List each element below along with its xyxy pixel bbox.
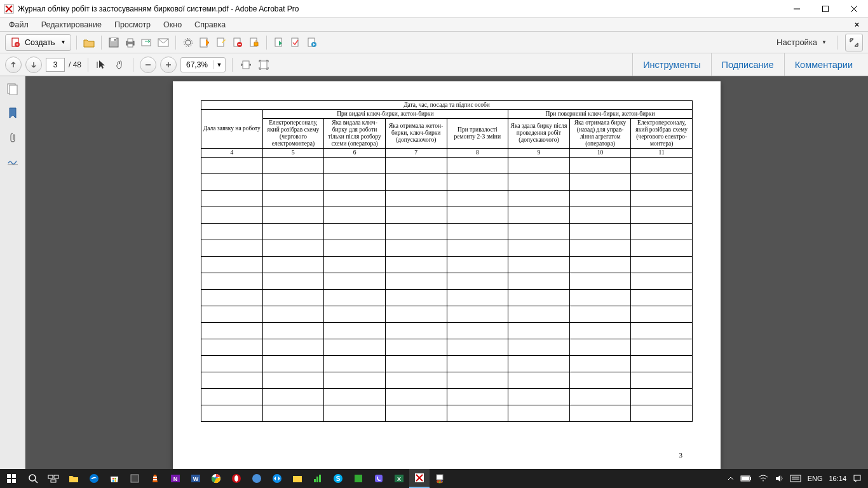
prev-page-button[interactable] [5, 57, 22, 73]
store-icon[interactable] [104, 469, 125, 488]
page-total: / 48 [69, 60, 81, 69]
create-button[interactable]: + Создать ▼ [5, 34, 71, 51]
signatures-icon[interactable] [6, 155, 19, 168]
page-number-input[interactable] [46, 58, 65, 72]
svg-rect-49 [115, 478, 117, 480]
tray-chevron-icon[interactable] [728, 475, 734, 482]
teamviewer-icon[interactable] [267, 469, 287, 488]
svg-rect-87 [854, 475, 860, 480]
svg-rect-52 [131, 475, 139, 482]
app-icon-green[interactable] [348, 469, 369, 488]
open-icon[interactable] [82, 36, 96, 50]
share-icon[interactable] [140, 36, 154, 50]
page-edit-icon[interactable] [214, 36, 228, 50]
zoom-selector[interactable]: 67,3% ▼ [180, 57, 226, 72]
menu-close-doc[interactable]: × [848, 20, 865, 29]
svg-rect-40 [7, 479, 11, 483]
col-11-header: Електроперсоналу, який розібрав схему (ч… [631, 119, 693, 149]
form-icon[interactable] [288, 36, 302, 50]
chrome-icon[interactable] [206, 469, 226, 488]
group1-header: При видачі ключ-бирки, жетон-бирки [262, 110, 508, 119]
svg-rect-14 [142, 39, 151, 46]
save-icon[interactable] [107, 36, 121, 50]
svg-rect-45 [54, 475, 58, 478]
hand-tool-icon[interactable] [112, 58, 126, 72]
svg-rect-46 [51, 480, 56, 482]
col-num: 5 [262, 148, 324, 157]
zoom-out-button[interactable] [140, 57, 156, 73]
clock[interactable]: 16:14 [829, 475, 846, 482]
search-icon[interactable] [23, 469, 43, 488]
multimedia-icon[interactable] [305, 36, 319, 50]
viber-icon[interactable] [369, 469, 389, 488]
col-num: 8 [447, 148, 508, 157]
tab-sign[interactable]: Подписание [711, 53, 784, 76]
vlc-icon[interactable] [145, 469, 165, 488]
skype-icon[interactable]: S [328, 469, 348, 488]
export-icon[interactable] [272, 36, 286, 50]
fit-page-icon[interactable] [257, 58, 271, 72]
menu-edit[interactable]: Редактирование [35, 19, 108, 30]
svg-rect-2 [822, 6, 828, 11]
col-num: 6 [324, 148, 386, 157]
next-page-button[interactable] [25, 57, 42, 73]
nav-toolbar: / 48 67,3% ▼ Инструменты Подписание Комм… [0, 53, 868, 76]
reading-mode-button[interactable] [845, 34, 863, 51]
attachment-icon[interactable] [6, 131, 19, 144]
menu-window[interactable]: Окно [157, 19, 188, 30]
battery-icon[interactable] [740, 475, 752, 482]
protect-icon[interactable] [247, 36, 261, 50]
wifi-icon[interactable] [758, 475, 768, 482]
opera-icon[interactable] [226, 469, 247, 488]
start-button[interactable] [0, 469, 23, 488]
onenote-icon[interactable]: N [165, 469, 186, 488]
notifications-icon[interactable] [853, 474, 862, 483]
chevron-down-icon: ▼ [61, 39, 66, 45]
document-table: Дата, час, посада та підпис особи Дала з… [201, 100, 693, 422]
paint-icon[interactable] [430, 469, 450, 488]
menu-help[interactable]: Справка [188, 19, 232, 30]
excel-icon[interactable]: X [389, 469, 409, 488]
svg-rect-44 [48, 475, 53, 478]
svg-point-62 [234, 475, 238, 482]
tab-comments[interactable]: Комментарии [784, 53, 863, 76]
svg-rect-84 [790, 475, 801, 482]
svg-rect-24 [254, 43, 258, 46]
customize-button[interactable]: Настройка ▼ [774, 36, 829, 48]
tab-tools[interactable]: Инструменты [632, 53, 710, 76]
word-icon[interactable]: W [186, 469, 206, 488]
app-icon[interactable] [125, 469, 145, 488]
minimize-button[interactable] [782, 0, 811, 17]
svg-point-63 [252, 474, 261, 483]
menu-file[interactable]: Файл [3, 19, 35, 30]
language-indicator[interactable]: ENG [808, 475, 823, 482]
edit-text-icon[interactable] [198, 36, 212, 50]
svg-text:S: S [336, 475, 341, 482]
bookmark-icon[interactable] [6, 107, 19, 119]
svg-rect-67 [316, 477, 318, 482]
print-icon[interactable] [123, 36, 137, 50]
menu-view[interactable]: Просмотр [108, 19, 157, 30]
keyboard-icon[interactable] [790, 475, 801, 482]
email-icon[interactable] [156, 36, 170, 50]
col-4-header: Дала заявку на роботу [201, 110, 263, 149]
edge-icon[interactable] [84, 469, 104, 488]
acrobat-task-icon[interactable] [409, 469, 430, 488]
maximize-button[interactable] [811, 0, 839, 17]
explorer-icon[interactable] [64, 469, 84, 488]
fit-width-icon[interactable] [239, 58, 253, 72]
volume-icon[interactable] [775, 474, 783, 483]
gear-icon[interactable] [181, 36, 195, 50]
document-viewport[interactable]: Дата, час, посада та підпис особи Дала з… [25, 76, 868, 469]
remove-page-icon[interactable] [231, 36, 245, 50]
app-icon-folder[interactable] [287, 469, 308, 488]
zoom-in-button[interactable] [160, 57, 177, 73]
task-view-icon[interactable] [43, 469, 64, 488]
app-icon-blue[interactable] [247, 469, 267, 488]
chart-icon[interactable] [308, 469, 328, 488]
select-tool-icon[interactable] [95, 58, 109, 72]
close-button[interactable] [839, 0, 868, 17]
thumbnails-icon[interactable] [6, 83, 19, 95]
col-num: 4 [201, 148, 263, 157]
svg-rect-38 [7, 474, 11, 478]
